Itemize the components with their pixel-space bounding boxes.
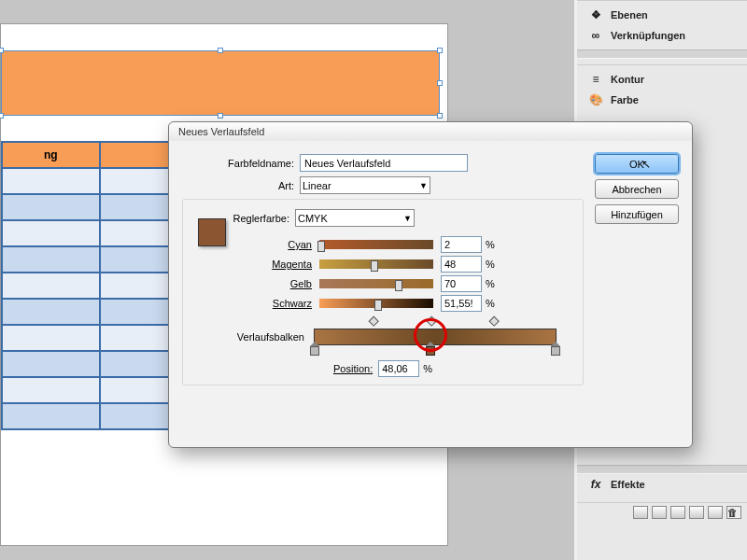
swatch-btn[interactable] xyxy=(670,506,685,519)
selection-handle[interactable] xyxy=(437,48,443,53)
link-icon: ∞ xyxy=(588,29,603,42)
swatch-btn[interactable] xyxy=(708,506,723,519)
selection-handle[interactable] xyxy=(0,113,4,119)
chevron-down-icon: ▼ xyxy=(403,214,412,223)
panel-label: Ebenen xyxy=(611,9,648,21)
magenta-input[interactable] xyxy=(441,256,482,273)
cancel-button[interactable]: Abbrechen xyxy=(595,179,679,199)
selection-handle[interactable] xyxy=(437,80,443,86)
panel-stroke[interactable]: ≡ Kontur xyxy=(577,69,747,90)
new-gradient-swatch-dialog: Neues Verlaufsfeld Farbfeldname: Art: Li… xyxy=(168,121,693,448)
cyan-label: Cyan xyxy=(243,239,312,250)
magenta-label: Magenta xyxy=(243,259,312,270)
panel-label: Kontur xyxy=(611,74,644,85)
gelb-input[interactable] xyxy=(441,275,482,292)
swatches-toolbar: 🗑 xyxy=(577,502,747,521)
magenta-slider[interactable] xyxy=(319,259,433,269)
schwarz-label: Schwarz xyxy=(243,298,312,309)
black-slider[interactable] xyxy=(319,299,433,308)
chevron-down-icon: ▼ xyxy=(419,181,428,190)
type-value: Linear xyxy=(303,180,331,191)
panel-color[interactable]: 🎨 Farbe xyxy=(577,90,747,110)
pct-label: % xyxy=(486,278,495,289)
pct-label: % xyxy=(486,298,495,309)
selection-handle[interactable] xyxy=(0,48,4,53)
add-button[interactable]: Hinzufügen xyxy=(595,204,679,224)
verlaufsbalken-label: Verlaufsbalken xyxy=(192,331,304,343)
selection-handle[interactable] xyxy=(218,113,223,119)
trash-icon[interactable]: 🗑 xyxy=(726,506,741,519)
panel-divider xyxy=(577,465,747,474)
palette-icon: 🎨 xyxy=(588,93,603,106)
selection-handle[interactable] xyxy=(218,48,223,53)
color-stop-selected[interactable] xyxy=(426,346,435,356)
color-stop[interactable] xyxy=(310,346,319,356)
stroke-icon: ≡ xyxy=(588,73,603,86)
current-color-swatch[interactable] xyxy=(198,218,226,246)
reglerfarbe-value: CMYK xyxy=(298,213,328,224)
color-group: Reglerfarbe: CMYK ▼ Cyan xyxy=(182,199,584,385)
pct-label: % xyxy=(486,239,495,250)
midpoint-stop[interactable] xyxy=(488,316,499,327)
color-stop[interactable] xyxy=(551,346,560,356)
midpoint-stop[interactable] xyxy=(426,316,436,327)
name-label: Farbfeldname: xyxy=(182,158,294,169)
gelb-label: Gelb xyxy=(243,278,312,289)
selected-orange-rectangle[interactable] xyxy=(1,50,440,116)
type-select[interactable]: Linear ▼ xyxy=(300,176,430,194)
panel-label: Verknüpfungen xyxy=(611,30,685,41)
reglerfarbe-select[interactable]: CMYK ▼ xyxy=(295,209,415,227)
midpoint-stop[interactable] xyxy=(368,316,378,327)
selection-handle[interactable] xyxy=(437,113,443,119)
calendar-header: ng xyxy=(2,142,100,168)
ok-button[interactable]: OK xyxy=(595,154,679,174)
panel-label: Farbe xyxy=(611,94,639,105)
yellow-slider[interactable] xyxy=(319,279,433,288)
cyan-slider[interactable] xyxy=(319,240,433,249)
panel-layers[interactable]: ❖ Ebenen xyxy=(577,5,747,25)
dialog-title: Neues Verlaufsfeld xyxy=(169,122,692,141)
schwarz-input[interactable] xyxy=(441,295,482,312)
panel-divider xyxy=(577,49,747,59)
position-input[interactable] xyxy=(378,360,419,377)
pct-label: % xyxy=(486,259,495,270)
cyan-input[interactable] xyxy=(441,236,482,253)
layers-icon: ❖ xyxy=(588,8,603,21)
swatch-btn[interactable] xyxy=(652,506,667,519)
panel-links[interactable]: ∞ Verknüpfungen xyxy=(577,25,747,46)
swatch-name-input[interactable] xyxy=(300,154,468,172)
fx-icon: fx xyxy=(588,478,603,491)
swatch-btn[interactable] xyxy=(633,506,648,519)
panel-effects[interactable]: fx Effekte xyxy=(577,474,747,495)
swatch-btn[interactable] xyxy=(689,506,704,519)
position-label: Position: xyxy=(333,363,373,374)
panel-label: Effekte xyxy=(611,479,645,490)
pct-label: % xyxy=(423,363,432,374)
type-label: Art: xyxy=(182,180,294,191)
gradient-ramp[interactable] xyxy=(314,329,557,345)
